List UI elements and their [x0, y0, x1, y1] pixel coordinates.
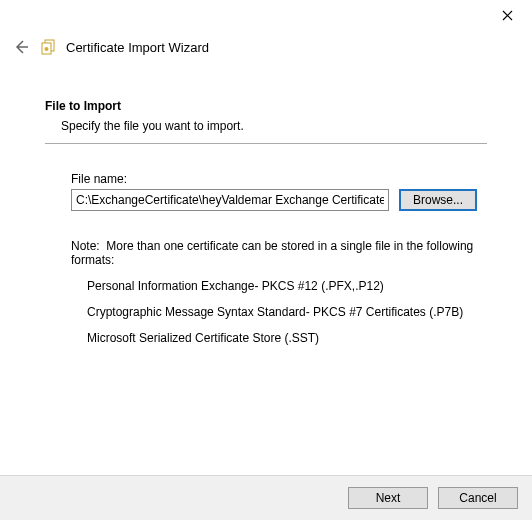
browse-button[interactable]: Browse... [399, 189, 477, 211]
cancel-button[interactable]: Cancel [438, 487, 518, 509]
footer-bar: Next Cancel [0, 475, 532, 520]
title-bar [0, 0, 532, 30]
filename-block: File name: Browse... [71, 172, 477, 211]
section-subheading: Specify the file you want to import. [61, 119, 487, 133]
wizard-title: Certificate Import Wizard [66, 40, 209, 55]
section-heading: File to Import [45, 99, 487, 113]
divider [45, 143, 487, 144]
back-arrow-icon [13, 39, 29, 55]
note-block: Note: More than one certificate can be s… [71, 239, 487, 345]
svg-point-2 [45, 47, 49, 51]
note-text: Note: More than one certificate can be s… [71, 239, 487, 267]
format-item: Microsoft Serialized Certificate Store (… [87, 331, 487, 345]
format-item: Cryptographic Message Syntax Standard- P… [87, 305, 487, 319]
filename-label: File name: [71, 172, 477, 186]
note-prefix: Note: [71, 239, 100, 253]
close-button[interactable] [492, 4, 522, 26]
wizard-header: Certificate Import Wizard [0, 30, 532, 64]
close-icon [502, 10, 513, 21]
certificate-wizard-icon [40, 39, 56, 55]
content-area: File to Import Specify the file you want… [0, 64, 532, 367]
back-button[interactable] [12, 38, 30, 56]
format-item: Personal Information Exchange- PKCS #12 … [87, 279, 487, 293]
note-body: More than one certificate can be stored … [71, 239, 473, 267]
next-button[interactable]: Next [348, 487, 428, 509]
filename-input[interactable] [71, 189, 389, 211]
